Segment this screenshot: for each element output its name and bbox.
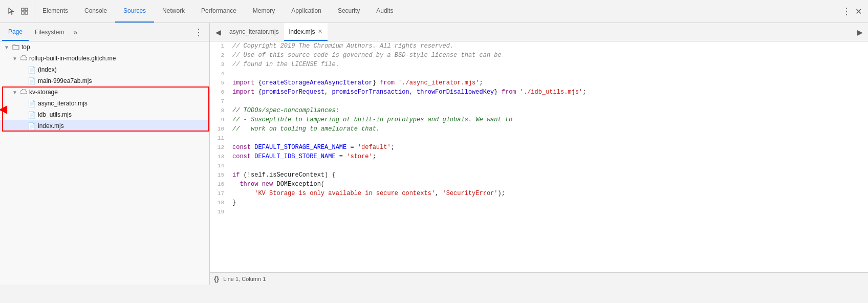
line-number: 10	[210, 124, 230, 134]
file-icon: 📄	[28, 111, 36, 119]
right-panel: ◀ async_iterator.mjs index.mjs ✕ ▶ 1 // …	[210, 23, 868, 285]
kv-storage-group: ◀ ▼ kv-storage 📄 async_iterator.mjs 📄	[0, 86, 209, 132]
editor-tab-index-mjs[interactable]: index.mjs ✕	[284, 23, 328, 41]
arrow-icon: ▼	[12, 90, 17, 95]
code-line: 3 // found in the LICENSE file.	[210, 60, 868, 69]
line-content: if (!self.isSecureContext) {	[230, 170, 868, 180]
line-number: 2	[210, 51, 230, 60]
more-options-button[interactable]: ⋮	[842, 6, 851, 17]
line-content: // - Susceptible to tampering of built-i…	[230, 115, 868, 124]
tab-performance[interactable]: Performance	[193, 0, 245, 23]
file-icon: 📄	[28, 66, 36, 74]
svg-rect-1	[25, 8, 28, 11]
line-content: const DEFAULT_STORAGE_AREA_NAME = 'defau…	[230, 143, 868, 152]
folder-icon	[12, 44, 19, 51]
line-number: 3	[210, 60, 230, 69]
code-line: 7	[210, 97, 868, 106]
code-editor[interactable]: 1 // Copyright 2019 The Chromium Authors…	[210, 41, 868, 272]
tab-page[interactable]: Page	[2, 23, 29, 41]
tree-item-index-html[interactable]: 📄 (index)	[0, 64, 209, 75]
tab-network[interactable]: Network	[154, 0, 193, 23]
tree-item-async-iterator[interactable]: 📄 async_iterator.mjs	[0, 98, 209, 109]
arrow-icon: ▼	[12, 56, 17, 61]
tree-label-async-iterator: async_iterator.mjs	[38, 100, 88, 107]
line-content: // Use of this source code is governed b…	[230, 51, 868, 60]
tree-label-idb-utils: idb_utils.mjs	[38, 111, 72, 118]
editor-nav-back[interactable]: ◀	[212, 26, 224, 38]
editor-panel-toggle[interactable]: ▶	[854, 28, 866, 36]
tree-label-index-mjs: index.mjs	[38, 122, 64, 129]
svg-rect-3	[25, 12, 28, 14]
tree-item-idb-utils[interactable]: 📄 idb_utils.mjs	[0, 109, 209, 120]
tab-label-async-iterator: async_iterator.mjs	[229, 28, 279, 35]
cursor-icon[interactable]	[6, 6, 16, 16]
code-line: 18 }	[210, 198, 868, 207]
tab-label-index-mjs: index.mjs	[289, 28, 315, 35]
source-panel-tabs: Page Filesystem » ⋮	[0, 23, 209, 41]
line-number: 7	[210, 97, 230, 106]
line-number: 6	[210, 88, 230, 97]
code-line: 2 // Use of this source code is governed…	[210, 51, 868, 60]
code-line: 14	[210, 161, 868, 170]
code-line: 8 // TODOs/spec-noncompliances:	[210, 106, 868, 115]
file-icon: 📄	[28, 77, 36, 85]
tree-item-main-mjs[interactable]: 📄 main-999ea7ab.mjs	[0, 75, 209, 86]
file-icon: 📄	[28, 122, 36, 130]
code-line: 12 const DEFAULT_STORAGE_AREA_NAME = 'de…	[210, 143, 868, 152]
tree-item-rollup[interactable]: ▼ rollup-built-in-modules.glitch.me	[0, 53, 209, 64]
tab-application[interactable]: Application	[283, 0, 330, 23]
code-line: 6 import {promiseForRequest, promiseForT…	[210, 88, 868, 97]
svg-rect-4	[13, 46, 19, 50]
topbar: Elements Console Sources Network Perform…	[0, 0, 868, 23]
file-tree: ▼ top ▼ rollup-built-in-modules.glitch.m…	[0, 41, 209, 132]
format-button[interactable]: {}	[214, 275, 219, 283]
tree-label-top: top	[21, 44, 30, 51]
tree-item-index-mjs[interactable]: 📄 index.mjs	[0, 120, 209, 132]
panel-options-button[interactable]: ⋮	[190, 27, 207, 38]
more-panels-button[interactable]: »	[70, 28, 80, 36]
code-line: 13 const DEFAULT_IDB_STORE_NAME = 'store…	[210, 152, 868, 161]
box-icon[interactable]	[19, 6, 30, 16]
line-number: 15	[210, 170, 230, 180]
editor-tab-async-iterator[interactable]: async_iterator.mjs	[224, 23, 284, 41]
svg-rect-0	[21, 8, 24, 11]
arrow-icon: ▼	[4, 45, 9, 50]
line-content: // work on tooling to ameliorate that.	[230, 124, 868, 134]
line-content	[230, 207, 868, 217]
line-number: 5	[210, 78, 230, 88]
svg-rect-2	[21, 12, 24, 14]
line-number: 17	[210, 189, 230, 198]
line-number: 12	[210, 143, 230, 152]
devtools-icons	[2, 0, 34, 23]
tab-security[interactable]: Security	[330, 0, 368, 23]
tab-sources[interactable]: Sources	[115, 0, 154, 23]
line-content	[230, 161, 868, 170]
line-content	[230, 97, 868, 106]
tab-memory[interactable]: Memory	[245, 0, 283, 23]
tab-audits[interactable]: Audits	[368, 0, 401, 23]
line-content: // TODOs/spec-noncompliances:	[230, 106, 868, 115]
tab-console[interactable]: Console	[76, 0, 115, 23]
line-content: }	[230, 198, 868, 207]
tab-filesystem[interactable]: Filesystem	[29, 23, 70, 41]
code-line: 4	[210, 69, 868, 78]
line-content: throw new DOMException(	[230, 180, 868, 189]
tab-close-button[interactable]: ✕	[318, 28, 322, 35]
code-line: 15 if (!self.isSecureContext) {	[210, 170, 868, 180]
close-devtools-button[interactable]: ✕	[855, 7, 862, 16]
tree-item-kv-storage[interactable]: ▼ kv-storage	[0, 86, 209, 98]
tree-item-top[interactable]: ▼ top	[0, 41, 209, 53]
code-line: 19	[210, 207, 868, 217]
line-content: 'KV Storage is only available in secure …	[230, 189, 868, 198]
line-number: 11	[210, 134, 230, 143]
topbar-right: ⋮ ✕	[838, 6, 866, 17]
code-line: 9 // - Susceptible to tampering of built…	[210, 115, 868, 124]
code-line: 11	[210, 134, 868, 143]
tab-elements[interactable]: Elements	[34, 0, 76, 23]
tree-label-kv-storage: kv-storage	[29, 89, 58, 96]
line-number: 16	[210, 180, 230, 189]
tree-label-index-html: (index)	[38, 66, 57, 73]
line-number: 4	[210, 69, 230, 78]
line-content	[230, 69, 868, 78]
code-line: 16 throw new DOMException(	[210, 180, 868, 189]
